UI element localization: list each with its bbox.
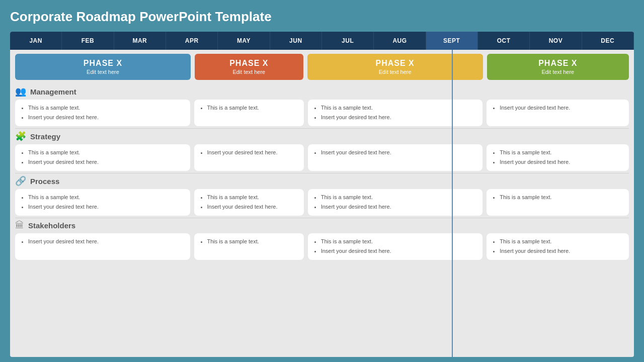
phase-3-title: PHASE X [376,59,415,68]
phase-2-title: PHASE X [229,59,268,68]
month-cell-apr: APR [166,32,218,50]
month-cell-nov: NOV [530,32,582,50]
list-item: This is a sample text. [500,193,623,202]
month-cell-dec: DEC [582,32,634,50]
card-management-1[interactable]: This is a sample text. [194,100,304,126]
month-cell-aug: AUG [374,32,426,50]
section-cards-process: This is a sample text.Insert your desire… [15,189,629,216]
list-item: This is a sample text. [207,237,298,246]
list-item: This is a sample text. [28,193,184,202]
list-item: This is a sample text. [500,237,623,246]
list-item: Insert your desired text here. [28,158,184,166]
month-cell-feb: FEB [62,32,114,50]
phase-1[interactable]: PHASE X Edit text here [15,54,191,80]
section-cards-strategy: This is a sample text.Insert your desire… [15,144,629,171]
list-item: Insert your desired text here. [28,203,184,211]
card-process-2[interactable]: This is a sample text.Insert your desire… [308,189,483,216]
strategy-icon: 🧩 [15,131,26,142]
list-item: Insert your desired text here. [207,148,298,157]
list-item: Insert your desired text here. [321,148,477,157]
list-item: Insert your desired text here. [500,104,623,112]
list-item: This is a sample text. [500,148,623,157]
list-item: Insert your desired text here. [28,113,184,122]
list-item: Insert your desired text here. [500,158,623,166]
phase-1-sub: Edit text here [87,69,119,75]
section-process: 🔗ProcessThis is a sample text.Insert you… [10,173,634,218]
phase-4-title: PHASE X [538,59,577,68]
section-strategy: 🧩StrategyThis is a sample text.Insert yo… [10,129,634,173]
card-process-3[interactable]: This is a sample text. [487,189,629,216]
card-stakeholders-0[interactable]: Insert your desired text here. [15,233,190,260]
list-item: Insert your desired text here. [28,237,184,246]
list-item: Insert your desired text here. [321,247,477,255]
process-title: Process [30,177,59,186]
phase-2[interactable]: PHASE X Edit text here [195,54,303,80]
month-bar: JANFEBMARAPRMAYJUNJULAUGSEPTOCTNOVDEC [10,32,634,50]
list-item: This is a sample text. [321,104,477,112]
phase-3-sub: Edit text here [379,69,412,75]
list-item: This is a sample text. [207,104,298,112]
management-title: Management [30,87,76,96]
list-item: Insert your desired text here. [500,247,623,255]
today-line [452,50,453,357]
month-cell-jun: JUN [270,32,322,50]
strategy-title: Strategy [30,132,60,141]
card-process-0[interactable]: This is a sample text.Insert your desire… [15,189,190,216]
stakeholders-title: Stakeholders [28,221,75,230]
section-stakeholders: 🏛StakeholdersInsert your desired text he… [10,218,634,262]
list-item: This is a sample text. [321,193,477,202]
list-item: Insert your desired text here. [207,203,298,211]
card-strategy-0[interactable]: This is a sample text.Insert your desire… [15,144,190,171]
section-cards-stakeholders: Insert your desired text here.This is a … [15,233,629,260]
card-stakeholders-1[interactable]: This is a sample text. [194,233,304,260]
card-process-1[interactable]: This is a sample text.Insert your desire… [194,189,304,216]
card-stakeholders-2[interactable]: This is a sample text.Insert your desire… [308,233,483,260]
list-item: This is a sample text. [28,148,184,157]
sections-container: 👥ManagementThis is a sample text.Insert … [10,84,634,262]
phase-4-sub: Edit text here [541,69,574,75]
month-cell-jan: JAN [10,32,62,50]
card-management-2[interactable]: This is a sample text.Insert your desire… [308,100,483,126]
phase-1-title: PHASE X [84,59,122,68]
section-header-strategy: 🧩Strategy [15,131,629,142]
month-cell-may: MAY [218,32,270,50]
section-cards-management: This is a sample text.Insert your desire… [15,100,629,126]
page-title: Corporate Roadmap PowerPoint Template [10,9,634,25]
section-header-stakeholders: 🏛Stakeholders [15,220,629,231]
section-management: 👥ManagementThis is a sample text.Insert … [10,84,634,128]
process-icon: 🔗 [15,175,26,187]
section-header-management: 👥Management [15,86,629,97]
stakeholders-icon: 🏛 [15,220,24,231]
card-stakeholders-3[interactable]: This is a sample text.Insert your desire… [487,233,629,260]
management-icon: 👥 [15,86,26,97]
phase-4[interactable]: PHASE X Edit text here [487,54,629,80]
phase-3[interactable]: PHASE X Edit text here [307,54,483,80]
card-management-3[interactable]: Insert your desired text here. [487,100,629,126]
section-header-process: 🔗Process [15,175,629,187]
month-cell-jul: JUL [322,32,374,50]
list-item: This is a sample text. [321,237,477,246]
phase-2-sub: Edit text here [232,69,265,75]
list-item: Insert your desired text here. [321,113,477,122]
card-strategy-3[interactable]: This is a sample text.Insert your desire… [487,144,629,171]
card-strategy-2[interactable]: Insert your desired text here. [308,144,483,171]
month-cell-oct: OCT [478,32,530,50]
month-cell-mar: MAR [114,32,166,50]
list-item: Insert your desired text here. [321,203,477,211]
list-item: This is a sample text. [28,104,184,112]
card-strategy-1[interactable]: Insert your desired text here. [194,144,304,171]
main-content: Today JANFEBMARAPRMAYJUNJULAUGSEPTOCTNOV… [10,32,634,357]
list-item: This is a sample text. [207,193,298,202]
card-management-0[interactable]: This is a sample text.Insert your desire… [15,100,190,126]
phase-row: PHASE X Edit text here PHASE X Edit text… [10,50,634,84]
month-cell-sept: SEPT [426,32,478,50]
